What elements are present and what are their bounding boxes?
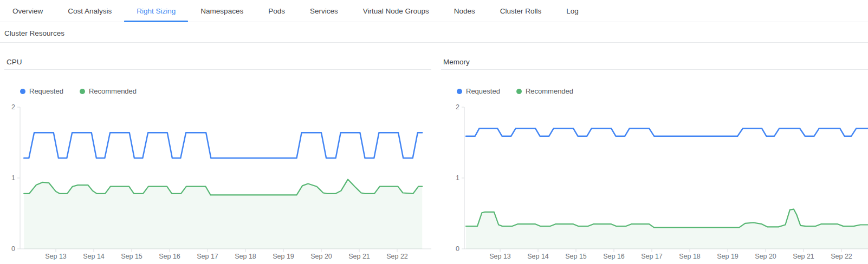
tab-namespaces[interactable]: Namespaces bbox=[188, 0, 256, 22]
y-tick-label: 1 bbox=[456, 174, 459, 182]
legend-item-recommended[interactable]: Recommended bbox=[80, 87, 137, 95]
y-tick-label: 0 bbox=[456, 245, 459, 253]
x-tick-label: Sep 19 bbox=[717, 253, 739, 260]
tab-log[interactable]: Log bbox=[554, 0, 591, 22]
x-tick-label: Sep 21 bbox=[793, 253, 814, 260]
legend-item-recommended[interactable]: Recommended bbox=[516, 87, 573, 95]
tab-overview[interactable]: Overview bbox=[0, 0, 55, 22]
x-tick-label: Sep 15 bbox=[565, 253, 587, 260]
charts-row: CPU RequestedRecommended 012Sep 13Sep 14… bbox=[4, 58, 868, 261]
requested-line bbox=[24, 133, 422, 158]
tab-cluster-rolls[interactable]: Cluster Rolls bbox=[488, 0, 554, 22]
cpu-chart-svg: 012Sep 13Sep 14Sep 15Sep 16Sep 17Sep 18S… bbox=[4, 101, 431, 261]
cpu-chart-title: CPU bbox=[4, 58, 431, 70]
legend-label: Recommended bbox=[526, 87, 573, 95]
x-tick-label: Sep 13 bbox=[489, 253, 511, 260]
y-tick-label: 1 bbox=[11, 174, 15, 182]
recommended-area-fill bbox=[466, 209, 868, 249]
recommended-area-fill bbox=[24, 180, 422, 249]
tab-right-sizing[interactable]: Right Sizing bbox=[124, 0, 188, 22]
x-tick-label: Sep 19 bbox=[273, 253, 294, 260]
y-tick-label: 0 bbox=[11, 245, 15, 253]
legend-item-requested[interactable]: Requested bbox=[457, 87, 500, 95]
requested-line bbox=[466, 128, 868, 136]
x-tick-label: Sep 17 bbox=[197, 253, 218, 260]
section-header: Cluster Resources bbox=[0, 22, 868, 43]
tab-virtual-node-groups[interactable]: Virtual Node Groups bbox=[351, 0, 442, 22]
x-tick-label: Sep 20 bbox=[310, 253, 332, 260]
cpu-chart-panel: CPU RequestedRecommended 012Sep 13Sep 14… bbox=[4, 58, 431, 261]
memory-chart-panel: Memory RequestedRecommended 012Sep 13Sep… bbox=[441, 58, 868, 261]
legend-label: Requested bbox=[466, 87, 500, 95]
x-tick-label: Sep 18 bbox=[235, 253, 256, 260]
recommended-legend-dot-icon bbox=[80, 89, 85, 94]
memory-chart-title: Memory bbox=[441, 58, 868, 70]
legend-item-requested[interactable]: Requested bbox=[20, 87, 63, 95]
tab-nodes[interactable]: Nodes bbox=[442, 0, 488, 22]
x-tick-label: Sep 21 bbox=[348, 253, 370, 260]
legend-label: Requested bbox=[29, 87, 63, 95]
x-tick-label: Sep 18 bbox=[679, 253, 701, 260]
x-tick-label: Sep 13 bbox=[45, 253, 67, 260]
x-tick-label: Sep 17 bbox=[641, 253, 663, 260]
x-tick-label: Sep 22 bbox=[386, 253, 408, 260]
x-tick-label: Sep 22 bbox=[831, 253, 852, 260]
tab-cost-analysis[interactable]: Cost Analysis bbox=[55, 0, 124, 22]
tab-pods[interactable]: Pods bbox=[256, 0, 297, 22]
page-title: Cluster Resources bbox=[4, 29, 868, 37]
cpu-chart-legend: RequestedRecommended bbox=[20, 87, 431, 95]
x-tick-label: Sep 16 bbox=[159, 253, 180, 260]
x-tick-label: Sep 14 bbox=[83, 253, 105, 260]
memory-chart-svg: 012Sep 13Sep 14Sep 15Sep 16Sep 17Sep 18S… bbox=[441, 101, 868, 261]
requested-legend-dot-icon bbox=[20, 89, 25, 94]
x-tick-label: Sep 20 bbox=[755, 253, 776, 260]
recommended-legend-dot-icon bbox=[516, 89, 522, 94]
y-tick-label: 2 bbox=[456, 103, 459, 111]
tab-services[interactable]: Services bbox=[297, 0, 351, 22]
requested-legend-dot-icon bbox=[457, 89, 462, 94]
x-tick-label: Sep 14 bbox=[527, 253, 549, 260]
y-tick-label: 2 bbox=[11, 103, 15, 111]
memory-chart-legend: RequestedRecommended bbox=[457, 87, 868, 95]
x-tick-label: Sep 16 bbox=[603, 253, 625, 260]
tab-bar: OverviewCost AnalysisRight SizingNamespa… bbox=[0, 0, 868, 22]
legend-label: Recommended bbox=[89, 87, 137, 95]
x-tick-label: Sep 15 bbox=[121, 253, 142, 260]
